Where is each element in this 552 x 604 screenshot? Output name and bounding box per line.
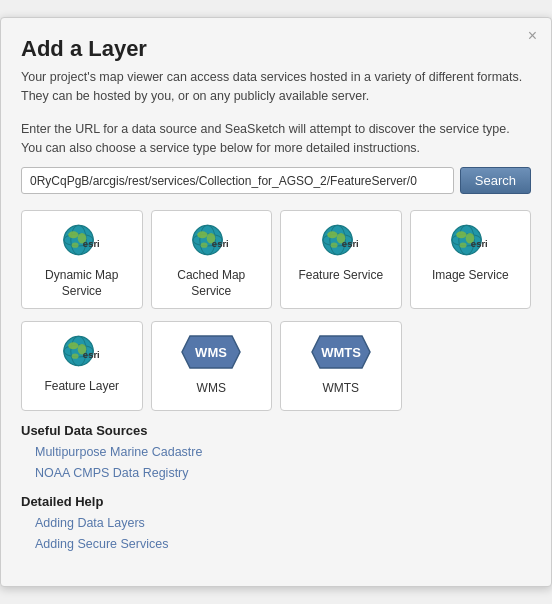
modal-title: Add a Layer	[21, 36, 531, 62]
svg-point-27	[456, 232, 466, 239]
modal-subtitle: Your project's map viewer can access dat…	[21, 68, 531, 106]
useful-source-link[interactable]: NOAA CMPS Data Registry	[21, 463, 531, 484]
service-grid-row2: esri Feature Layer WMS WMS WMTS WMTS	[21, 321, 531, 411]
service-tile-feature-layer[interactable]: esri Feature Layer	[21, 321, 143, 411]
wmts-icon: WMTS	[310, 332, 372, 375]
subtitle-line2: They can be hosted by you, or on any pub…	[21, 89, 369, 103]
dynamic-map-icon: esri	[63, 221, 101, 262]
service-grid-row1: esri Dynamic Map Service esri Cached Map…	[21, 210, 531, 308]
wms-label: WMS	[197, 381, 226, 397]
useful-sources-header: Useful Data Sources	[21, 423, 531, 438]
feature-service-label: Feature Service	[298, 268, 383, 284]
service-tile-wms[interactable]: WMS WMS	[151, 321, 273, 411]
detailed-help-header: Detailed Help	[21, 494, 531, 509]
detailed-help-section: Detailed Help Adding Data LayersAdding S…	[21, 494, 531, 556]
svg-text:esri: esri	[212, 238, 229, 249]
service-tile-wmts[interactable]: WMTS WMTS	[280, 321, 402, 411]
image-service-icon: esri	[451, 221, 489, 262]
svg-text:esri: esri	[342, 238, 359, 249]
service-tile-feature-service[interactable]: esri Feature Service	[280, 210, 402, 308]
svg-point-11	[197, 232, 207, 239]
svg-point-29	[460, 243, 467, 248]
svg-point-13	[201, 243, 208, 248]
useful-source-link[interactable]: Multipurpose Marine Cadastre	[21, 442, 531, 463]
svg-text:WMS: WMS	[195, 345, 227, 360]
feature-service-icon: esri	[322, 221, 360, 262]
svg-point-37	[71, 353, 78, 358]
svg-text:WMTS: WMTS	[321, 345, 361, 360]
wms-icon: WMS	[180, 332, 242, 375]
cached-map-label: Cached Map Service	[158, 268, 266, 299]
instruction-line2: You can also choose a service type below…	[21, 141, 420, 155]
cached-map-icon: esri	[192, 221, 230, 262]
dynamic-map-label: Dynamic Map Service	[28, 268, 136, 299]
svg-point-3	[68, 232, 78, 239]
instruction-line1: Enter the URL for a data source and SeaS…	[21, 122, 510, 136]
instruction-text: Enter the URL for a data source and SeaS…	[21, 120, 531, 158]
svg-point-21	[330, 243, 337, 248]
close-button[interactable]: ×	[528, 28, 537, 44]
wmts-label: WMTS	[322, 381, 359, 397]
help-link[interactable]: Adding Secure Services	[21, 534, 531, 555]
svg-point-19	[327, 232, 337, 239]
subtitle-line1: Your project's map viewer can access dat…	[21, 70, 522, 84]
svg-text:esri: esri	[83, 349, 100, 360]
svg-text:esri: esri	[83, 238, 100, 249]
service-tile-cached-map[interactable]: esri Cached Map Service	[151, 210, 273, 308]
search-button[interactable]: Search	[460, 167, 531, 194]
svg-text:esri: esri	[471, 238, 488, 249]
svg-point-5	[71, 243, 78, 248]
image-service-label: Image Service	[432, 268, 509, 284]
service-tile-dynamic-map[interactable]: esri Dynamic Map Service	[21, 210, 143, 308]
service-tile-image-service[interactable]: esri Image Service	[410, 210, 532, 308]
url-input[interactable]	[21, 167, 454, 194]
svg-point-35	[68, 342, 78, 349]
feature-layer-icon: esri	[63, 332, 101, 373]
useful-sources-section: Useful Data Sources Multipurpose Marine …	[21, 423, 531, 485]
search-row: Search	[21, 167, 531, 194]
help-link[interactable]: Adding Data Layers	[21, 513, 531, 534]
add-layer-modal: × Add a Layer Your project's map viewer …	[0, 17, 552, 586]
feature-layer-label: Feature Layer	[44, 379, 119, 395]
